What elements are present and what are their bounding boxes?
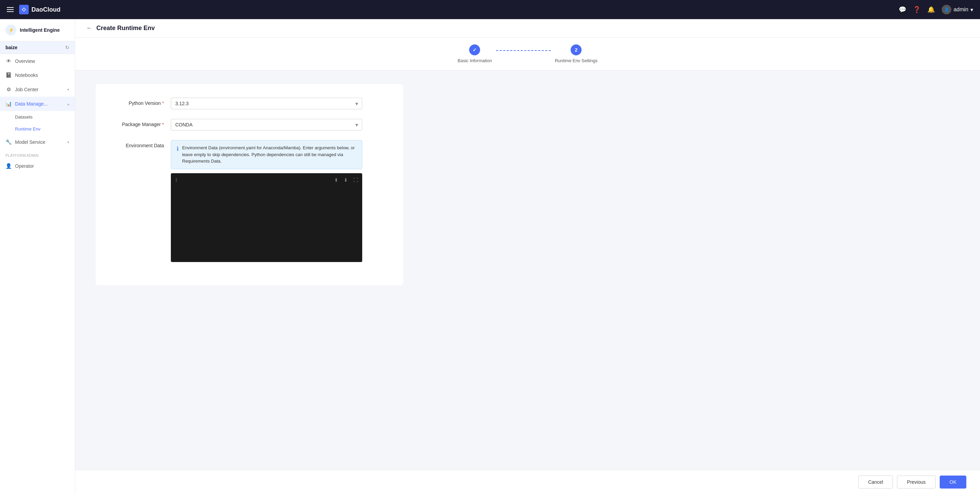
step-2-circle: 2 (571, 44, 582, 56)
sidebar-sub-item-label: Runtime Env (15, 126, 40, 132)
chevron-down-icon: ▾ (67, 87, 69, 92)
chevron-down-icon: ▾ (67, 140, 69, 145)
sidebar-engine: ⚡ Intelligent Engine (0, 19, 75, 41)
job-center-icon: ⚙ (5, 86, 12, 92)
top-navigation: DaoCloud 💬 ❓ 🔔 👤 admin ▾ (0, 0, 980, 19)
environment-data-row: Environment Data ℹ Environment Data (env… (109, 140, 390, 262)
sidebar-item-runtime-env[interactable]: Runtime Env (0, 123, 75, 135)
steps-container: ✓ Basic Information 2 Runtime Env Settin… (458, 44, 597, 63)
package-manager-select-wrapper: CONDA PIP MAMBA (171, 119, 362, 130)
nav-right: 💬 ❓ 🔔 👤 admin ▾ (899, 5, 973, 14)
upload-button[interactable]: ⬆ (333, 176, 340, 184)
package-manager-row: Package Manager* CONDA PIP MAMBA (109, 119, 390, 130)
brand-logo: DaoCloud (19, 5, 60, 14)
sidebar-item-label: Job Center (15, 87, 64, 92)
package-manager-label: Package Manager* (109, 119, 164, 127)
page-header: ← Create Runtime Env (75, 19, 980, 38)
nav-left: DaoCloud (7, 5, 60, 14)
sidebar-item-job-center[interactable]: ⚙ Job Center ▾ (0, 82, 75, 97)
package-manager-control: CONDA PIP MAMBA (171, 119, 362, 130)
svg-point-1 (23, 8, 25, 11)
user-chevron-icon: ▾ (970, 6, 973, 13)
engine-name: Intelligent Engine (20, 27, 60, 33)
model-service-icon: 🔧 (5, 139, 12, 145)
environment-data-control: ℹ Environment Data (environment.yaml for… (171, 140, 362, 262)
environment-data-label: Environment Data (109, 140, 164, 148)
sidebar-item-overview[interactable]: 👁 Overview (0, 54, 75, 68)
previous-button[interactable]: Previous (897, 475, 935, 489)
operator-icon: 👤 (5, 163, 12, 169)
python-version-label: Python Version* (109, 98, 164, 106)
back-button[interactable]: ← (86, 25, 92, 32)
python-version-row: Python Version* 3.12.3 3.11.0 3.10.0 3.9… (109, 98, 390, 109)
steps-bar: ✓ Basic Information 2 Runtime Env Settin… (75, 38, 980, 70)
step-1: ✓ Basic Information (458, 44, 492, 63)
ok-button[interactable]: OK (940, 475, 966, 489)
sidebar-item-data-manage[interactable]: 📊 Data Manage... ▴ (0, 97, 75, 111)
code-content[interactable] (183, 177, 358, 258)
step-1-label: Basic Information (458, 58, 492, 63)
sidebar-item-label: Operator (15, 163, 69, 169)
platform-admin-divider: Platform Admin (0, 149, 75, 159)
overview-icon: 👁 (5, 58, 12, 64)
content-area: ← Create Runtime Env ✓ Basic Information… (75, 19, 980, 494)
sidebar-item-model-service[interactable]: 🔧 Model Service ▾ (0, 135, 75, 149)
notification-icon[interactable]: 🔔 (928, 6, 935, 13)
sidebar-item-label: Data Manage... (15, 101, 64, 106)
page-footer: Cancel Previous OK (75, 470, 980, 494)
sidebar: ⚡ Intelligent Engine baize ↻ 👁 Overview … (0, 19, 75, 494)
code-editor[interactable]: ⬆ ⬇ ⛶ 1 (171, 173, 362, 262)
line-numbers: 1 (175, 177, 183, 258)
info-icon: ℹ (177, 145, 179, 153)
hamburger-menu[interactable] (7, 7, 14, 12)
python-version-select-wrapper: 3.12.3 3.11.0 3.10.0 3.9.0 (171, 98, 362, 109)
sidebar-item-label: Notebooks (15, 72, 69, 78)
chat-icon[interactable]: 💬 (899, 6, 906, 13)
step-1-circle: ✓ (469, 44, 480, 56)
required-marker: * (162, 122, 164, 127)
sidebar-item-datasets[interactable]: Datasets (0, 111, 75, 123)
cancel-button[interactable]: Cancel (858, 475, 893, 489)
refresh-icon[interactable]: ↻ (65, 45, 69, 50)
brand-name: DaoCloud (32, 6, 60, 13)
daocloud-logo-icon (19, 5, 29, 14)
editor-toolbar: ⬆ ⬇ ⛶ (333, 176, 360, 184)
info-banner-text: Environment Data (environment.yaml for A… (182, 145, 356, 165)
line-number: 1 (175, 177, 178, 183)
form-area: Python Version* 3.12.3 3.11.0 3.10.0 3.9… (75, 70, 980, 470)
username: admin (953, 6, 968, 13)
workspace-name: baize (5, 45, 18, 50)
python-version-control: 3.12.3 3.11.0 3.10.0 3.9.0 (171, 98, 362, 109)
sidebar-item-label: Overview (15, 59, 69, 64)
sidebar-sub-item-label: Datasets (15, 114, 32, 119)
sidebar-item-label: Model Service (15, 140, 64, 145)
sidebar-workspace[interactable]: baize ↻ (0, 41, 75, 54)
fullscreen-button[interactable]: ⛶ (352, 176, 360, 184)
form-card: Python Version* 3.12.3 3.11.0 3.10.0 3.9… (95, 84, 403, 285)
sidebar-item-notebooks[interactable]: 📓 Notebooks (0, 68, 75, 82)
main-layout: ⚡ Intelligent Engine baize ↻ 👁 Overview … (0, 19, 980, 494)
page-title: Create Runtime Env (96, 25, 155, 32)
step-connector (496, 50, 551, 51)
step-2-label: Runtime Env Settings (555, 58, 598, 63)
step-2: 2 Runtime Env Settings (555, 44, 598, 63)
data-manage-icon: 📊 (5, 101, 12, 107)
user-menu[interactable]: 👤 admin ▾ (942, 5, 973, 14)
package-manager-select[interactable]: CONDA PIP MAMBA (171, 119, 362, 130)
required-marker: * (162, 100, 164, 106)
avatar: 👤 (942, 5, 951, 14)
info-banner: ℹ Environment Data (environment.yaml for… (171, 140, 362, 169)
python-version-select[interactable]: 3.12.3 3.11.0 3.10.0 3.9.0 (171, 98, 362, 109)
engine-icon: ⚡ (5, 25, 16, 35)
notebooks-icon: 📓 (5, 72, 12, 78)
sidebar-item-operator[interactable]: 👤 Operator (0, 159, 75, 173)
help-icon[interactable]: ❓ (913, 6, 921, 13)
chevron-up-icon: ▴ (67, 102, 69, 106)
download-button[interactable]: ⬇ (342, 176, 349, 184)
